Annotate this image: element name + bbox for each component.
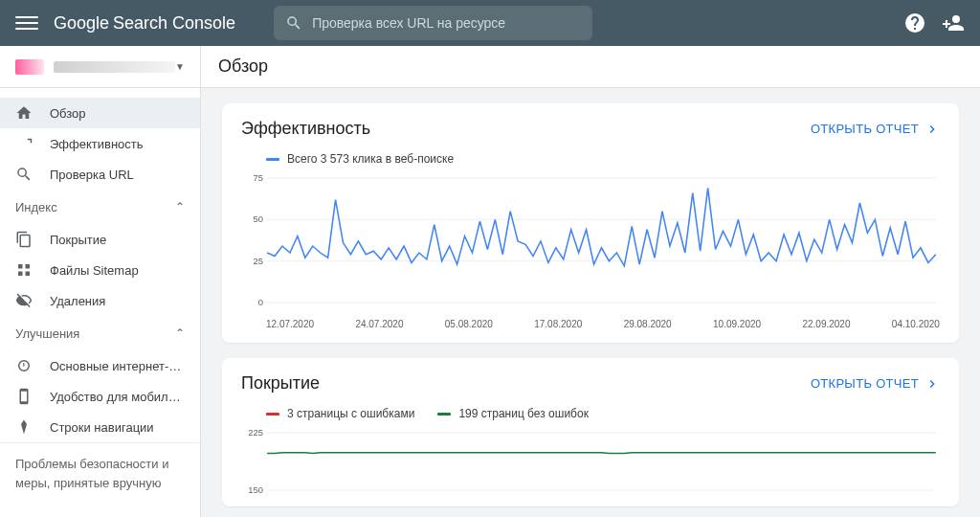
svg-text:0: 0 <box>258 298 263 307</box>
svg-text:25: 25 <box>253 257 262 266</box>
performance-chart: 0255075 <box>222 173 959 319</box>
url-search-field[interactable] <box>274 6 592 40</box>
open-report-label: ОТКРЫТЬ ОТЧЕТ <box>811 122 919 136</box>
sidebar-item-label: Покрытие <box>50 233 106 247</box>
sidebar-item-mobile-usability[interactable]: Удобство для мобильных <box>0 381 200 412</box>
search-icon <box>285 14 302 32</box>
search-icon <box>15 166 33 183</box>
card-title: Покрытие <box>241 373 811 393</box>
coverage-card: Покрытие ОТКРЫТЬ ОТЧЕТ 3 страницы с ошиб… <box>222 358 959 506</box>
sidebar-item-label: Строки навигации <box>50 420 154 435</box>
legend-label: Всего 3 573 клика в веб-поиске <box>287 152 454 166</box>
app-header: Google Search Console <box>0 0 980 46</box>
sidebar-section-label: Проблемы безопасности и меры, принятые в… <box>15 457 168 490</box>
sidebar-item-url-inspection[interactable]: Проверка URL <box>0 159 200 190</box>
legend-swatch <box>266 158 279 161</box>
sidebar-item-breadcrumbs[interactable]: Строки навигации <box>0 412 200 442</box>
property-name <box>54 61 175 73</box>
chevron-right-icon <box>924 376 940 392</box>
svg-text:50: 50 <box>253 215 262 225</box>
card-title: Эффективность <box>241 119 811 139</box>
logo-search-console: Search Console <box>113 13 235 34</box>
chevron-down-icon: ▼ <box>175 61 185 72</box>
legend-item-clicks: Всего 3 573 клика в веб-поиске <box>266 152 454 166</box>
phone-icon <box>15 388 33 405</box>
legend-label: 3 страницы с ошибками <box>287 407 414 420</box>
sidebar-item-label: Основные интернет-показ… <box>50 359 185 373</box>
menu-icon[interactable] <box>15 11 38 34</box>
sidebar-item-overview[interactable]: Обзор <box>0 98 200 128</box>
legend-swatch <box>266 413 279 416</box>
add-user-icon[interactable] <box>942 11 965 34</box>
coverage-chart: 150225 <box>222 428 959 506</box>
sidebar-item-label: Файлы Sitemap <box>50 263 139 278</box>
help-icon[interactable] <box>903 11 926 34</box>
speed-icon <box>15 357 33 374</box>
sidebar-item-removals[interactable]: Удаления <box>0 285 200 316</box>
svg-text:75: 75 <box>253 173 262 183</box>
open-report-button[interactable]: ОТКРЫТЬ ОТЧЕТ <box>811 122 940 137</box>
chevron-up-icon: ⌃ <box>175 326 185 340</box>
sidebar-item-label: Удобство для мобильных <box>50 390 185 404</box>
sidebar-section-label: Индекс <box>15 200 175 214</box>
open-report-button[interactable]: ОТКРЫТЬ ОТЧЕТ <box>811 376 940 392</box>
logo-google: Google <box>54 13 109 34</box>
legend-item-ok: 199 страниц без ошибок <box>437 407 589 420</box>
main-content: Обзор Эффективность ОТКРЫТЬ ОТЧЕТ Всего … <box>201 46 980 517</box>
page-title: Обзор <box>201 46 980 88</box>
sidebar-item-label: Обзор <box>50 106 86 121</box>
sidebar-section-enhancements[interactable]: Улучшения ⌃ <box>0 316 200 350</box>
visibility-off-icon <box>15 292 33 309</box>
chevron-up-icon: ⌃ <box>175 200 185 214</box>
legend-swatch <box>437 413 451 416</box>
sidebar-item-label: Проверка URL <box>50 168 134 182</box>
sidebar-item-coverage[interactable]: Покрытие <box>0 224 200 255</box>
copy-icon <box>15 231 33 248</box>
open-report-label: ОТКРЫТЬ ОТЧЕТ <box>811 376 919 391</box>
sidebar-section-index[interactable]: Индекс ⌃ <box>0 190 200 224</box>
x-axis-labels: 12.07.202024.07.202005.08.202017.08.2020… <box>222 319 959 343</box>
property-selector[interactable]: ▼ <box>0 46 200 88</box>
property-thumbnail <box>15 59 44 75</box>
sidebar-item-core-web-vitals[interactable]: Основные интернет-показ… <box>0 350 200 381</box>
sidebar-item-performance[interactable]: Эффективность <box>0 128 200 159</box>
legend-label: 199 страниц без ошибок <box>458 407 589 420</box>
sidebar-item-sitemaps[interactable]: Файлы Sitemap <box>0 255 200 285</box>
sidebar: ▼ Обзор Эффективность Проверка URL Индек… <box>0 46 201 517</box>
sidebar-item-label: Удаления <box>50 294 105 308</box>
sidebar-section-security[interactable]: Проблемы безопасности и меры, принятые в… <box>0 442 200 504</box>
chevron-right-icon <box>924 122 940 137</box>
home-icon <box>15 104 33 122</box>
trend-icon <box>15 135 33 152</box>
sidebar-section-label: Улучшения <box>15 326 175 341</box>
sitemap-icon <box>15 261 33 279</box>
svg-text:225: 225 <box>248 428 263 438</box>
svg-text:150: 150 <box>248 485 263 495</box>
diamond-icon <box>15 418 33 436</box>
legend-item-errors: 3 страницы с ошибками <box>266 407 414 420</box>
performance-card: Эффективность ОТКРЫТЬ ОТЧЕТ Всего 3 573 … <box>222 103 959 343</box>
url-search-input[interactable] <box>312 15 581 31</box>
sidebar-item-label: Эффективность <box>50 137 144 151</box>
app-logo: Google Search Console <box>54 13 235 34</box>
